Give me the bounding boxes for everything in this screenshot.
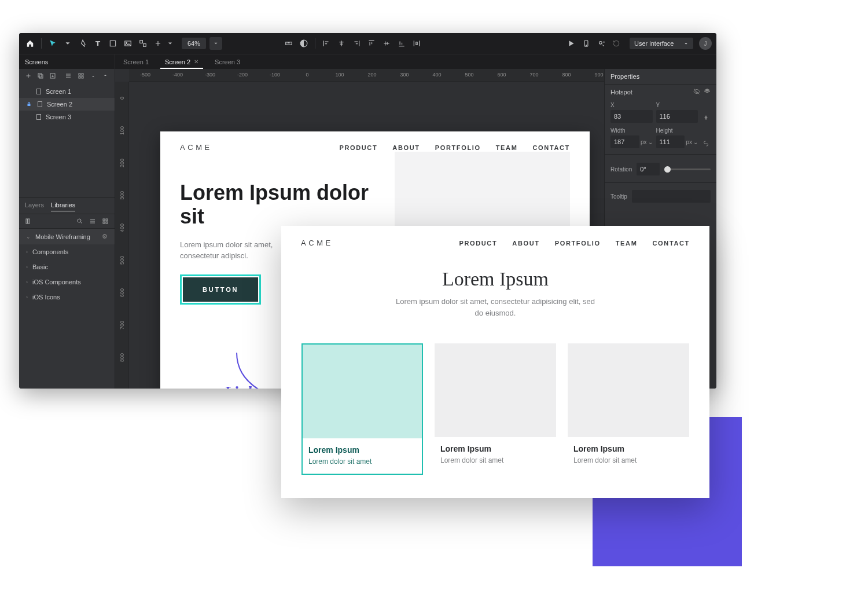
top-toolbar: 64% User interface J (19, 33, 716, 54)
card-sub: Lorem dolor sit amet (435, 455, 556, 473)
library-grid-button[interactable] (101, 217, 110, 226)
preview-card-1[interactable]: Lorem Ipsum Lorem dolor sit amet (301, 343, 423, 475)
rotation-slider[interactable] (664, 169, 711, 170)
align-center-h[interactable] (335, 37, 348, 50)
height-input[interactable] (656, 135, 685, 148)
library-group-ios-components[interactable]: ›iOS Components (19, 274, 115, 290)
nav-about[interactable]: ABOUT (392, 144, 420, 151)
pin-position-button[interactable] (701, 113, 711, 123)
y-input[interactable] (656, 110, 698, 123)
preview-nav-product[interactable]: PRODUCT (459, 240, 497, 247)
import-button[interactable] (49, 71, 57, 80)
chevron-down-icon[interactable]: ⌄ (693, 139, 698, 145)
image-tool[interactable] (122, 37, 134, 50)
pen-tool[interactable] (76, 37, 89, 50)
library-group-mobile[interactable]: ⌄Mobile Wireframing ⚙ (19, 229, 115, 244)
preview-nav-team[interactable]: TEAM (616, 240, 638, 247)
library-search-button[interactable] (75, 217, 84, 226)
grid-view-button[interactable] (76, 71, 85, 80)
rotation-label: Rotation (610, 166, 632, 173)
add-caret[interactable] (167, 37, 174, 50)
preview-brand: ACME (301, 239, 333, 247)
library-list-button[interactable] (88, 217, 97, 226)
layers-tab[interactable]: Layers (25, 202, 44, 211)
preview-nav-portfolio[interactable]: PORTFOLIO (555, 240, 601, 247)
add-screen-button[interactable] (24, 71, 32, 80)
sort-up-button[interactable] (101, 71, 110, 80)
home-button[interactable] (24, 37, 36, 50)
height-unit[interactable]: px (686, 139, 692, 145)
component-tool[interactable] (137, 37, 149, 50)
rotation-input[interactable] (637, 163, 660, 175)
preview-card-2[interactable]: Lorem Ipsum Lorem dolor sit amet (435, 343, 556, 475)
svg-rect-0 (110, 41, 115, 46)
svg-rect-25 (103, 222, 105, 224)
visibility-toggle-icon[interactable] (693, 88, 700, 96)
device-preview[interactable] (580, 37, 593, 50)
align-middle-v[interactable] (380, 37, 393, 50)
tooltip-input[interactable] (632, 190, 711, 203)
close-icon[interactable]: ✕ (194, 58, 198, 65)
nav-portfolio[interactable]: PORTFOLIO (435, 144, 481, 151)
width-input[interactable] (610, 135, 639, 148)
height-label: Height (656, 127, 698, 134)
hotspot-selection[interactable]: BUTTON (180, 274, 261, 305)
share-button[interactable] (595, 37, 608, 50)
card-image-placeholder (435, 343, 556, 437)
measure-tool[interactable] (282, 37, 295, 50)
screen-item-1[interactable]: Screen 1 (19, 85, 115, 98)
select-tool[interactable] (46, 37, 59, 50)
cta-button[interactable]: BUTTON (183, 277, 258, 302)
shape-tool[interactable] (106, 37, 119, 50)
libraries-tab[interactable]: Libraries (51, 202, 75, 211)
tab-screen-3[interactable]: Screen 3 (207, 54, 248, 69)
brand-logo: ACME (180, 143, 212, 152)
duplicate-screen-button[interactable] (36, 71, 45, 80)
library-select[interactable]: User interface (630, 38, 693, 49)
link-dimensions-button[interactable] (701, 139, 711, 148)
zoom-value[interactable]: 64% (182, 38, 206, 49)
svg-rect-17 (37, 89, 41, 94)
library-group-ios-icons[interactable]: ›iOS Icons (19, 290, 115, 305)
sort-down-button[interactable] (89, 71, 97, 80)
library-group-components[interactable]: ›Components (19, 244, 115, 259)
align-right[interactable] (350, 37, 363, 50)
nav-product[interactable]: PRODUCT (339, 144, 377, 151)
contrast-tool[interactable] (297, 37, 310, 50)
align-bottom[interactable] (395, 37, 408, 50)
tab-row: Screens Screen 1 Screen 2✕ Screen 3 (19, 54, 716, 69)
align-top[interactable] (365, 37, 378, 50)
text-tool[interactable] (91, 37, 104, 50)
play-button[interactable] (565, 37, 578, 50)
preview-nav-contact[interactable]: CONTACT (652, 240, 690, 247)
user-avatar[interactable]: J (699, 37, 712, 50)
card-title: Lorem Ipsum (568, 437, 689, 455)
tab-screen-2[interactable]: Screen 2✕ (157, 54, 207, 69)
preview-nav-about[interactable]: ABOUT (512, 240, 539, 247)
nav-contact[interactable]: CONTACT (532, 144, 570, 151)
ruler-vertical: 0100200300400500600700800 (115, 82, 129, 389)
distribute-tool[interactable] (410, 37, 423, 50)
library-columns-button[interactable] (24, 217, 33, 226)
library-group-basic[interactable]: ›Basic (19, 259, 115, 274)
screen-item-3[interactable]: Screen 3 (19, 111, 115, 123)
tab-screen-1[interactable]: Screen 1 (115, 54, 157, 69)
x-input[interactable] (610, 110, 653, 123)
svg-rect-24 (106, 219, 108, 221)
left-sidebar: Screen 1 Screen 2 Screen 3 Layers Librar… (19, 69, 115, 389)
nav-team[interactable]: TEAM (496, 144, 518, 151)
select-caret[interactable] (61, 37, 74, 50)
card-image-placeholder (568, 343, 689, 437)
svg-rect-19 (37, 115, 41, 120)
preview-card-3[interactable]: Lorem Ipsum Lorem dolor sit amet (568, 343, 689, 475)
align-left[interactable] (320, 37, 333, 50)
layers-icon[interactable] (704, 88, 711, 96)
screen-item-2[interactable]: Screen 2 (19, 98, 115, 111)
zoom-dropdown[interactable] (209, 37, 222, 50)
history-button[interactable] (610, 37, 623, 50)
chevron-down-icon[interactable]: ⌄ (648, 139, 653, 145)
add-tool[interactable] (152, 37, 164, 50)
list-view-button[interactable] (64, 71, 73, 80)
gear-icon[interactable]: ⚙ (102, 233, 108, 240)
width-unit[interactable]: px (641, 139, 647, 145)
